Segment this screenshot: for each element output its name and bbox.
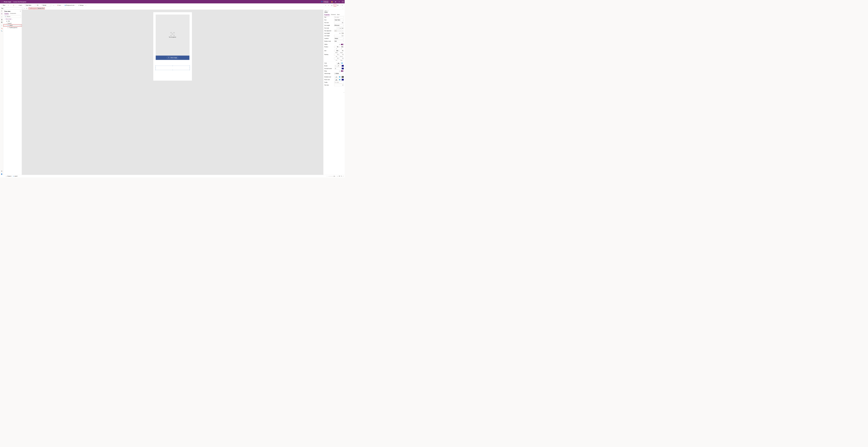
tab-properties[interactable]: Properties [324, 13, 330, 16]
tab-components[interactable]: Components [10, 12, 16, 15]
canvas[interactable]: Abc Text recognizer ↥+ New image [22, 10, 323, 175]
tree-node-label[interactable]: ☒Label1⋯ [3, 24, 22, 27]
notifications-icon[interactable]: 🔔 [330, 1, 334, 2]
prop-width-input[interactable]: 560 [334, 50, 339, 52]
font-color-button[interactable]: AColor⌄ [57, 4, 63, 6]
disabled-fill-swatch[interactable]: 🪣 [338, 76, 342, 78]
fill-color-swatch[interactable]: 🪣 [340, 62, 344, 64]
media-icon[interactable]: 🖼 [1, 22, 2, 23]
more-icon[interactable]: ⋯ [85, 4, 87, 6]
insert-rail-icon[interactable]: + [1, 16, 2, 18]
tree-search[interactable]: 🔍Search [4, 16, 21, 18]
tree-node-app[interactable]: ▦App [3, 20, 22, 22]
prop-padtop-input[interactable]: 5 [334, 54, 339, 56]
tree-node-recognizer[interactable]: ⊞TextRecognizer1 [3, 27, 22, 29]
new-image-button[interactable]: ↥+ New image [156, 56, 189, 60]
zoom-in-icon[interactable]: + [337, 176, 338, 177]
bg-color-button[interactable]: ▦Background color⌄ [64, 4, 76, 6]
italic-icon[interactable]: I [337, 27, 339, 29]
settings-gear-icon[interactable]: ⚙ [334, 1, 337, 2]
border-style-select[interactable]: — ⌄ [335, 65, 338, 67]
paste-button[interactable]: 📋 [12, 4, 15, 6]
checker-icon[interactable]: ᯤ [328, 4, 330, 6]
disabled-font-swatch[interactable]: A [335, 76, 338, 78]
breadcrumb-screen[interactable]: ▢Screen1 [6, 176, 11, 177]
list-icon[interactable]: ≡⌄ [53, 4, 55, 6]
align-center-icon[interactable]: ≡ [337, 30, 339, 32]
border-color-swatch[interactable] [342, 65, 344, 67]
prop-padright-input[interactable]: 5 [339, 58, 344, 60]
prop-lineheight-input[interactable]: 1.2 [334, 35, 344, 37]
help-icon[interactable]: ? [337, 1, 341, 2]
hover-border-swatch[interactable] [342, 79, 344, 81]
more-icon[interactable]: ⋯ [20, 25, 21, 26]
prop-height-input[interactable]: 70 [339, 50, 344, 52]
hover-font-swatch[interactable]: A [335, 79, 338, 81]
chevron-down-icon[interactable]: ⌄ [4, 23, 5, 24]
app-launcher-icon[interactable]: ⋮⋮⋮ [1, 1, 3, 2]
prop-padleft-input[interactable]: 5 [334, 58, 339, 60]
tree-node-screen[interactable]: ⌄▢Screen1 [3, 22, 22, 24]
prop-valign-select[interactable]: ≡ Middle⌄ [334, 72, 344, 74]
advanced-tools-icon[interactable]: 🪛 [1, 28, 2, 29]
disabled-border-swatch[interactable] [342, 76, 344, 78]
paste-chevron-icon[interactable]: ⌄ [16, 5, 16, 6]
user-avatar[interactable]: DB [342, 0, 344, 3]
data-icon[interactable]: 🗄 [1, 19, 2, 20]
prop-padbottom-input[interactable]: 5 [339, 54, 344, 56]
search-rail-icon[interactable]: 🔍 [1, 30, 2, 32]
breadcrumb-label[interactable]: ☒Label1 [13, 176, 18, 177]
prop-fontstyle-group[interactable]: I U abc [337, 27, 344, 29]
settings-button[interactable]: ⚙Settings [78, 4, 84, 6]
panel-expand-icon[interactable]: › [344, 92, 344, 93]
prop-text-input[interactable]: No value [334, 16, 344, 18]
prop-fontsize-input[interactable]: 21 [334, 22, 344, 24]
prop-overflow-select[interactable]: Hidden⌄ [334, 37, 344, 39]
formula-input[interactable]: TextRecognizer1.Selected.Text [29, 7, 341, 9]
insert-button[interactable]: +Insert⌄ [18, 4, 24, 6]
close-panel-icon[interactable]: ✕ [20, 11, 21, 12]
hover-fill-swatch[interactable]: 🪣 [338, 79, 342, 81]
play-button[interactable]: ▷ [334, 4, 336, 6]
prop-displaymode-select[interactable]: Edit⌄ [334, 40, 344, 42]
prop-autoheight-toggle[interactable] [341, 33, 344, 34]
prop-wrap-toggle[interactable] [341, 70, 344, 72]
new-screen-button[interactable]: +New screen⌄ [3, 18, 22, 20]
tab-screens[interactable]: Screens [4, 12, 9, 15]
undo-button[interactable]: ↶ [7, 4, 9, 6]
comments-icon[interactable]: 💬 [331, 4, 333, 6]
screen-canvas[interactable]: Abc Text recognizer ↥+ New image [153, 12, 192, 81]
focusedborder-width-input[interactable]: 0 [335, 68, 342, 70]
align-justify-icon[interactable]: ≡ [341, 30, 344, 32]
border-width-input[interactable]: 0 [338, 65, 342, 67]
undo-chevron-icon[interactable]: ⌄ [10, 5, 11, 6]
font-color-swatch[interactable]: A [337, 62, 340, 64]
settings-rail-icon[interactable]: ⚙ [1, 171, 2, 172]
align-right-icon[interactable]: ≡ [339, 30, 342, 32]
prop-y-input[interactable]: 896 [339, 46, 344, 48]
strike-icon[interactable]: abc [341, 27, 344, 29]
text-recognizer-control[interactable]: Abc Text recognizer ↥+ New image [156, 14, 189, 60]
tab-advanced[interactable]: Advanced [331, 13, 336, 16]
font-select[interactable]: Open Sans⌄ [25, 4, 36, 6]
hamburger-icon[interactable]: ≡ [1, 10, 2, 11]
label-control-selected[interactable] [156, 66, 190, 70]
align-left-icon[interactable]: ≡ [334, 30, 337, 32]
save-icon[interactable]: 🖫 [337, 4, 339, 6]
prop-tooltip-input[interactable]: No value [334, 81, 344, 83]
tab-ideas[interactable]: Ideas [337, 13, 340, 16]
prop-fontweight-select[interactable]: B Normal⌄ [334, 24, 344, 26]
share-icon[interactable]: ↗ [324, 4, 327, 6]
fx-icon[interactable]: fx⌄ [26, 8, 29, 9]
prop-font-select[interactable]: Open Sans⌄ [334, 19, 344, 21]
expand-formula-icon[interactable]: ⌄ [341, 8, 345, 9]
prop-visible-toggle[interactable] [341, 44, 344, 45]
font-size-input[interactable]: 21 [37, 4, 41, 6]
back-button[interactable]: ←Back [1, 4, 6, 6]
fit-icon[interactable]: ⤢ [343, 176, 344, 177]
underline-icon[interactable]: U [339, 27, 342, 29]
focusedborder-color-swatch[interactable] [342, 68, 344, 69]
zoom-slider[interactable] [328, 176, 336, 176]
property-select[interactable]: Text⌄ [1, 7, 23, 9]
tree-view-icon[interactable]: ☰ [1, 13, 2, 14]
